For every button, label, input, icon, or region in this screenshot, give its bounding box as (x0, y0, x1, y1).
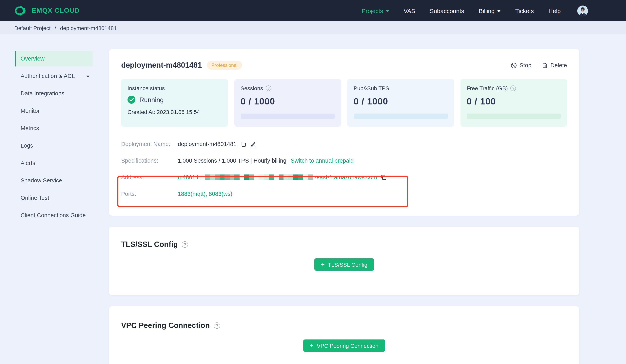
plan-badge: Professional (207, 61, 242, 70)
specifications-value: 1,000 Sessions / 1,000 TPS | Hourly bill… (178, 157, 286, 164)
top-navbar: EMQX CLOUD Projects VAS Subaccounts Bill… (0, 0, 626, 21)
ports-value: 1883(mqtt), 8083(ws) (178, 191, 233, 197)
address-row: Address: m48014 -east-1.amazonaws.com (121, 169, 567, 185)
stat-title: Free Traffic (GB) (467, 85, 508, 91)
sidebar-item-label: Online Test (21, 195, 49, 201)
sidebar-item-label: Monitor (21, 108, 40, 114)
sidebar-item-label: Overview (21, 55, 44, 62)
button-label: TLS/SSL Config (328, 261, 367, 268)
help-icon[interactable]: ? (266, 85, 272, 91)
sidebar: Overview Authentication & ACL Data Integ… (0, 35, 109, 225)
caret-down-icon (497, 10, 501, 12)
navbar-menu: Projects VAS Subaccounts Billing Tickets… (362, 7, 561, 14)
check-circle-icon (127, 96, 135, 104)
breadcrumb-project[interactable]: Default Project (14, 25, 51, 31)
sidebar-item-shadow-service[interactable]: Shadow Service (15, 173, 93, 188)
sidebar-item-metrics[interactable]: Metrics (15, 120, 93, 136)
nav-item-label: Billing (479, 7, 495, 14)
stat-title: Instance status (127, 85, 222, 91)
sessions-value: 0 / 1000 (240, 96, 335, 107)
copy-icon[interactable] (240, 141, 246, 147)
nav-item-vas[interactable]: VAS (404, 7, 415, 14)
page-title: deployment-m4801481 (121, 61, 202, 70)
sidebar-item-alerts[interactable]: Alerts (15, 155, 93, 171)
sidebar-item-label: Data Integrations (21, 90, 64, 97)
nav-item-help[interactable]: Help (548, 7, 561, 14)
nav-item-tickets[interactable]: Tickets (515, 7, 534, 14)
sidebar-item-label: Metrics (21, 125, 39, 131)
stat-title: Sessions (240, 85, 263, 91)
sidebar-item-logs[interactable]: Logs (15, 138, 93, 153)
instance-status-card: Instance status Running Created At: 2023… (121, 79, 228, 127)
delete-button[interactable]: Delete (542, 62, 567, 69)
tls-ssl-card: TLS/SSL Config ? + TLS/SSL Config (109, 227, 579, 295)
deployment-name-row: Deployment Name: deployment-m4801481 (121, 136, 567, 152)
nav-item-subaccounts[interactable]: Subaccounts (430, 7, 464, 14)
sidebar-item-label: Shadow Service (21, 177, 62, 183)
vpc-peering-card: VPC Peering Connection ? + VPC Peering C… (109, 306, 579, 364)
nav-item-billing[interactable]: Billing (479, 7, 501, 14)
brand[interactable]: EMQX CLOUD (14, 5, 79, 16)
deployment-name-value: deployment-m4801481 (178, 141, 236, 147)
stop-icon (511, 62, 517, 68)
add-vpc-peering-button[interactable]: + VPC Peering Connection (303, 339, 385, 352)
tps-progressbar (353, 113, 448, 119)
sessions-card: Sessions ? 0 / 1000 (234, 79, 341, 127)
sessions-progressbar (240, 113, 335, 119)
trash-icon (542, 62, 548, 68)
nav-item-label: Projects (362, 7, 383, 14)
stat-title: Pub&Sub TPS (353, 85, 389, 91)
row-label: Address: (121, 174, 178, 181)
edit-icon[interactable] (250, 141, 257, 147)
row-label: Deployment Name: (121, 141, 178, 147)
breadcrumb: Default Project / deployment-m4801481 (0, 21, 626, 35)
address-suffix: -east-1.amazonaws.com (314, 174, 377, 181)
sidebar-item-authentication-acl[interactable]: Authentication & ACL (15, 68, 93, 84)
help-icon[interactable]: ? (182, 241, 188, 248)
sidebar-item-label: Logs (21, 143, 33, 149)
plus-icon: + (310, 342, 313, 349)
address-prefix: m48014 (178, 174, 198, 181)
sidebar-item-overview[interactable]: Overview (15, 51, 93, 67)
sidebar-item-online-test[interactable]: Online Test (15, 190, 93, 206)
avatar[interactable] (577, 5, 588, 16)
nav-item-label: VAS (404, 7, 415, 14)
nav-item-label: Tickets (515, 7, 534, 14)
pubsub-tps-card: Pub&Sub TPS 0 / 1000 (347, 79, 454, 127)
breadcrumb-separator: / (55, 25, 56, 31)
delete-label: Delete (550, 62, 567, 69)
sidebar-item-monitor[interactable]: Monitor (15, 103, 93, 119)
traffic-progressbar (467, 113, 561, 119)
caret-down-icon (386, 10, 389, 12)
specifications-row: Specifications: 1,000 Sessions / 1,000 T… (121, 152, 567, 169)
brand-name: EMQX CLOUD (32, 7, 79, 15)
free-traffic-card: Free Traffic (GB) ? 0 / 100 (460, 79, 567, 127)
status-badge: Running (139, 96, 164, 104)
plus-icon: + (321, 261, 325, 268)
button-label: VPC Peering Connection (317, 342, 378, 349)
sidebar-item-label: Authentication & ACL (21, 73, 75, 79)
sidebar-item-data-integrations[interactable]: Data Integrations (15, 85, 93, 101)
deployment-overview-card: deployment-m4801481 Professional Stop (109, 49, 579, 216)
breadcrumb-deployment: deployment-m4801481 (60, 25, 117, 31)
nav-item-projects[interactable]: Projects (362, 7, 389, 14)
sidebar-item-client-connections-guide[interactable]: Client Connections Guide (15, 207, 93, 223)
sidebar-item-label: Client Connections Guide (21, 212, 86, 218)
sidebar-item-label: Alerts (21, 160, 35, 166)
help-icon[interactable]: ? (214, 323, 220, 329)
traffic-value: 0 / 100 (467, 96, 561, 107)
caret-down-icon (86, 75, 89, 77)
stop-label: Stop (519, 62, 531, 69)
emqx-logo-icon (14, 5, 27, 16)
help-icon[interactable]: ? (510, 85, 516, 91)
row-label: Ports: (121, 191, 178, 197)
tps-value: 0 / 1000 (353, 96, 448, 107)
stop-button[interactable]: Stop (511, 62, 531, 69)
ports-row: Ports: 1883(mqtt), 8083(ws) (121, 185, 567, 202)
section-title: TLS/SSL Config (121, 240, 178, 249)
main-content: deployment-m4801481 Professional Stop (109, 35, 579, 364)
row-label: Specifications: (121, 157, 178, 164)
add-tls-ssl-config-button[interactable]: + TLS/SSL Config (314, 258, 374, 271)
copy-icon[interactable] (381, 174, 387, 181)
switch-annual-prepaid-link[interactable]: Switch to annual prepaid (291, 157, 354, 164)
